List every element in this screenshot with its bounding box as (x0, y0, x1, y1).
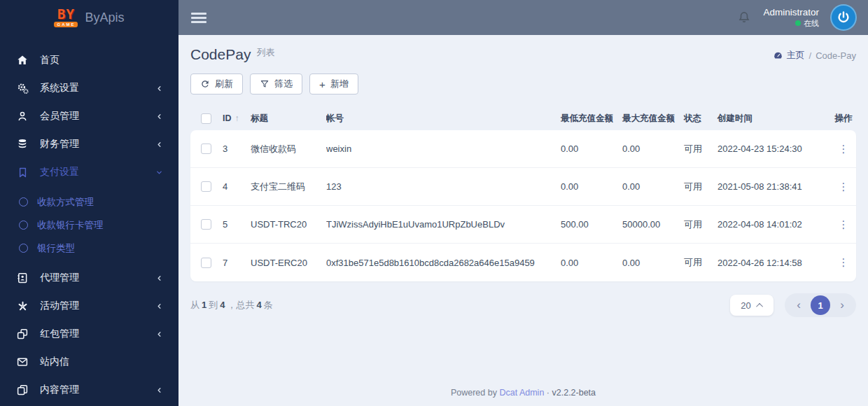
sidebar-item-label: 会员管理 (40, 110, 155, 122)
sidebar-subitem-payment-methods[interactable]: 收款方式管理 (0, 190, 178, 214)
row-checkbox[interactable] (201, 258, 211, 268)
bell-icon[interactable] (736, 10, 752, 25)
row-checkbox[interactable] (201, 181, 211, 192)
payment-settings-submenu: 收款方式管理 收款银行卡管理 银行类型 (0, 186, 178, 264)
circle-icon (19, 244, 28, 253)
circle-icon (19, 220, 28, 230)
header-status: 状态 (684, 113, 718, 125)
filter-label: 筛选 (274, 78, 293, 90)
topbar-right: Administrator 在线 (736, 4, 857, 31)
per-page-value: 20 (741, 300, 750, 311)
chevron-left-icon (155, 329, 164, 339)
dcat-admin-link[interactable]: Dcat Admin (499, 388, 544, 398)
page-subtitle: 列表 (256, 46, 274, 59)
select-all-checkbox[interactable] (201, 113, 211, 124)
sidebar-subitem-bank-cards[interactable]: 收款银行卡管理 (0, 214, 178, 237)
address-book-icon (15, 271, 29, 285)
refresh-button[interactable]: 刷新 (190, 74, 243, 94)
filter-button[interactable]: 筛选 (250, 74, 302, 94)
cell-account: TJiWzissAdyiHbE1uUvamo1URpZbUeBLDv (326, 219, 561, 230)
copy-icon (15, 383, 29, 397)
cell-created: 2021-05-08 21:38:41 (718, 181, 831, 192)
sidebar-subitem-bank-types[interactable]: 银行类型 (0, 237, 178, 260)
next-page-button[interactable]: › (833, 298, 851, 312)
sidebar-item-system-settings[interactable]: 系统设置 (0, 74, 178, 102)
main-column: Administrator 在线 CodePay (178, 0, 868, 406)
cell-max: 0.00 (622, 258, 684, 268)
user-menu[interactable]: Administrator 在线 (763, 7, 819, 29)
sidebar-item-agent-management[interactable]: 代理管理 (0, 264, 178, 292)
row-actions-menu-icon[interactable]: ⋮ (839, 143, 849, 155)
cell-status: 可用 (684, 181, 718, 193)
avatar[interactable] (830, 4, 857, 31)
cell-max: 0.00 (622, 181, 684, 192)
powered-by-footer: Powered by Dcat Admin · v2.2.2-beta (190, 381, 856, 406)
user-name: Administrator (763, 7, 819, 18)
sidebar-item-member-management[interactable]: 会员管理 (0, 102, 178, 130)
table-row: 3 微信收款码 weixin 0.00 0.00 可用 2022-04-23 1… (190, 130, 856, 168)
sidebar-subitem-label: 收款银行卡管理 (37, 219, 104, 232)
chevron-left-icon (155, 139, 164, 149)
sidebar-item-label: 代理管理 (40, 272, 155, 284)
sidebar-menu: 首页 系统设置 (0, 35, 178, 406)
breadcrumb-current: Code-Pay (816, 50, 856, 61)
current-page-button[interactable]: 1 (811, 295, 830, 315)
cell-min: 0.00 (561, 258, 622, 268)
breadcrumb-home-link[interactable]: 主页 (773, 49, 805, 62)
envelope-icon (15, 355, 29, 369)
sidebar-item-activity-management[interactable]: 活动管理 (0, 292, 178, 320)
breadcrumb-separator: / (809, 50, 812, 61)
header-id: ID ↑ (223, 113, 251, 123)
sidebar-item-label: 站内信 (40, 356, 164, 368)
cell-id: 4 (223, 181, 227, 192)
sidebar: BY GAME ByApis 首页 系统设 (0, 0, 178, 406)
sidebar-item-payment-settings[interactable]: 支付设置 (0, 158, 178, 186)
cell-min: 0.00 (561, 144, 622, 154)
cell-created: 2022-04-26 12:14:58 (718, 258, 831, 268)
chevron-left-icon (155, 301, 164, 311)
gears-icon (15, 81, 29, 95)
refresh-icon (200, 79, 210, 89)
cell-title: USDT-TRC20 (251, 219, 326, 230)
home-icon (15, 53, 29, 67)
header-title: 标题 (251, 113, 326, 125)
cell-max: 50000.00 (622, 219, 684, 230)
create-label: 新增 (330, 78, 349, 90)
create-button[interactable]: + 新增 (309, 74, 358, 94)
cell-status: 可用 (684, 256, 718, 269)
chevron-left-icon (155, 385, 164, 395)
toolbar: 刷新 筛选 + 新增 (190, 74, 856, 94)
sidebar-item-site-messages[interactable]: 站内信 (0, 348, 178, 376)
table-row: 4 支付宝二维码 123 0.00 0.00 可用 2021-05-08 21:… (190, 168, 856, 206)
prev-page-button[interactable]: ‹ (790, 298, 808, 312)
sidebar-item-red-packet-management[interactable]: 红包管理 (0, 320, 178, 348)
row-checkbox[interactable] (201, 219, 211, 230)
table-header-row: ID ↑ 标题 帐号 最低充值金额 最大充值金额 状态 创建时间 操作 (190, 106, 856, 130)
footer-dot: · (547, 388, 550, 398)
table-row: 7 USDT-ERC20 0xf31be571e5d8b1610bcd8cda2… (190, 244, 856, 281)
header-actions: 操作 (831, 113, 856, 125)
row-actions-menu-icon[interactable]: ⋮ (839, 181, 849, 192)
row-actions-menu-icon[interactable]: ⋮ (839, 218, 849, 230)
logo-by-text: BY (57, 8, 75, 21)
cell-created: 2022-04-08 14:01:02 (718, 219, 831, 230)
breadcrumb: 主页 / Code-Pay (773, 46, 856, 62)
sidebar-item-home[interactable]: 首页 (0, 46, 178, 74)
row-actions-menu-icon[interactable]: ⋮ (839, 256, 849, 268)
row-checkbox[interactable] (201, 144, 211, 154)
dashboard-gauge-icon (773, 50, 783, 61)
online-status-label: 在线 (804, 18, 819, 29)
sort-asc-icon[interactable]: ↑ (235, 113, 239, 123)
online-status-dot-icon (795, 20, 801, 26)
user-status: 在线 (763, 18, 819, 29)
hamburger-menu-icon[interactable] (191, 13, 206, 23)
footer-version: v2.2.2-beta (552, 388, 596, 398)
sidebar-item-finance-management[interactable]: 财务管理 (0, 130, 178, 158)
sidebar-item-content-management[interactable]: 内容管理 (0, 376, 178, 404)
per-page-select[interactable]: 20 (730, 295, 774, 316)
cell-title: 微信收款码 (251, 143, 326, 155)
cell-title: 支付宝二维码 (251, 181, 326, 193)
brand-logo[interactable]: BY GAME ByApis (0, 0, 178, 35)
cell-account: weixin (326, 144, 561, 154)
sidebar-item-label: 内容管理 (40, 384, 155, 396)
